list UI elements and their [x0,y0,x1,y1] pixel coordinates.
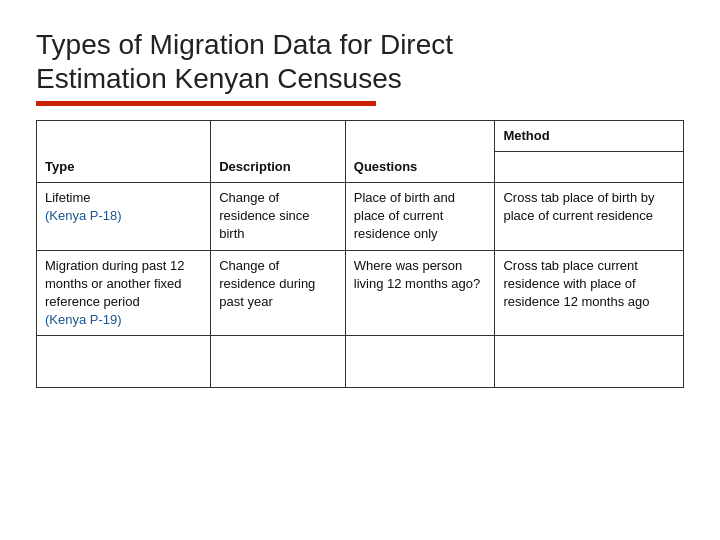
row2-questions: Where was person living 12 months ago? [345,250,495,336]
header-method-label: Method [495,121,684,152]
header-type-label: Type [37,152,211,183]
row3-questions [345,336,495,388]
row1-type-main: Lifetime [45,190,91,205]
table-row: Migration during past 12 months or anoth… [37,250,684,336]
table-header-row: Method [37,121,684,152]
header-description-label: Description [211,152,346,183]
header-type [37,121,211,152]
row1-type: Lifetime (Kenya P-18) [37,183,211,251]
red-divider [36,101,376,106]
header-questions [345,121,495,152]
migration-table: Method Type Description Questions Lifeti… [36,120,684,388]
table-row: Lifetime (Kenya P-18) Change of residenc… [37,183,684,251]
header-description [211,121,346,152]
row1-method: Cross tab place of birth by place of cur… [495,183,684,251]
table-row-empty [37,336,684,388]
row3-method [495,336,684,388]
row2-type-main: Migration during past 12 months or anoth… [45,258,184,309]
row2-description: Change of residence during past year [211,250,346,336]
row3-type [37,336,211,388]
title-line1: Types of Migration Data for Direct [36,29,453,60]
header-method-empty [495,152,684,183]
row1-description: Change of residence since birth [211,183,346,251]
title-line2: Estimation Kenyan Censuses [36,63,402,94]
row1-type-sub: (Kenya P-18) [45,208,122,223]
page: Types of Migration Data for Direct Estim… [0,0,720,540]
row3-description [211,336,346,388]
table-subheader-row: Type Description Questions [37,152,684,183]
title-block: Types of Migration Data for Direct Estim… [36,28,684,112]
row1-questions: Place of birth and place of current resi… [345,183,495,251]
page-title: Types of Migration Data for Direct Estim… [36,28,684,95]
table-wrapper: Method Type Description Questions Lifeti… [36,120,684,520]
header-questions-label: Questions [345,152,495,183]
row2-type-sub: (Kenya P-19) [45,312,122,327]
row2-method: Cross tab place current residence with p… [495,250,684,336]
row2-type: Migration during past 12 months or anoth… [37,250,211,336]
